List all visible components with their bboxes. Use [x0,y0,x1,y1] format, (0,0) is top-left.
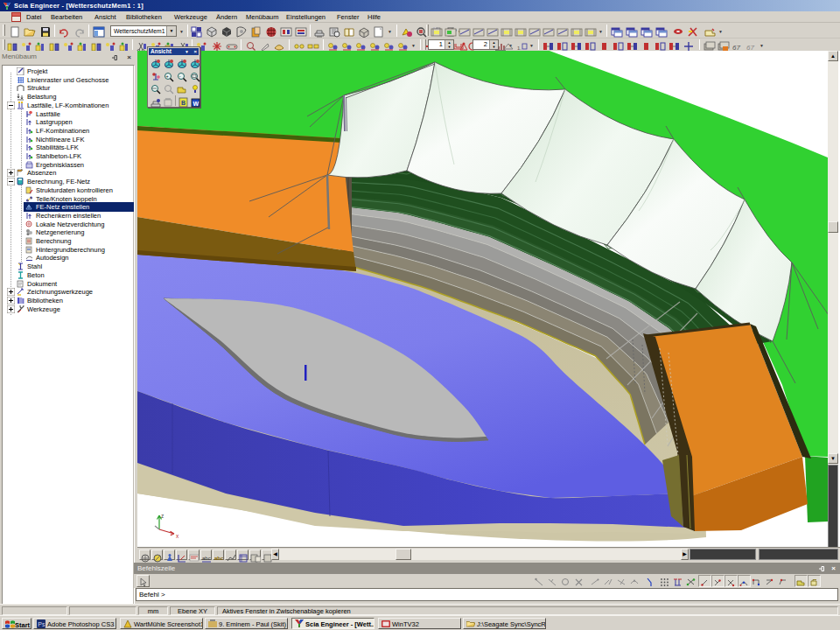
svg-text:W: W [193,101,200,107]
svg-text:-: - [179,74,181,79]
svg-text:Ps: Ps [38,621,46,627]
svg-text:abc: abc [214,556,224,561]
svg-text:abc: abc [202,556,211,561]
svg-text:x: x [176,533,179,539]
svg-text:+: + [166,74,169,79]
svg-text:z: z [161,513,164,519]
svg-text:B: B [181,100,186,106]
